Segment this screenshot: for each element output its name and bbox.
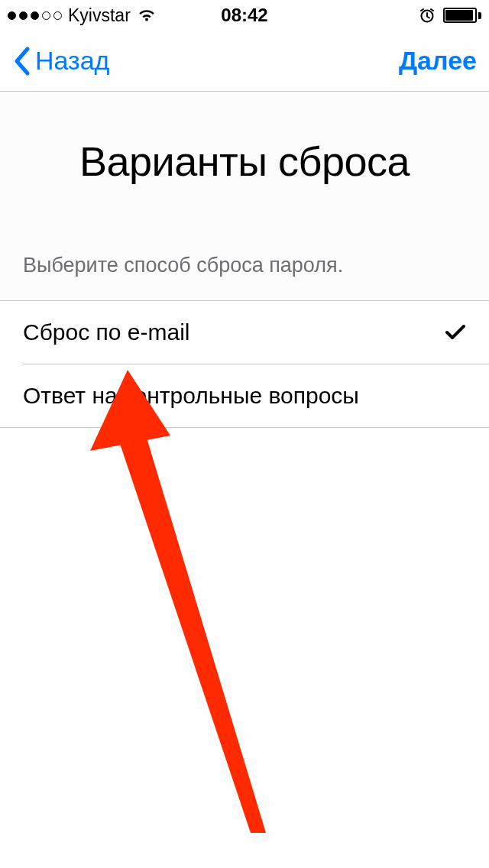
wifi-icon (137, 8, 157, 23)
status-bar: Kyivstar 08:42 (0, 0, 489, 31)
option-reset-by-email[interactable]: Сброс по e-mail (0, 301, 489, 364)
alarm-icon (419, 7, 436, 24)
back-label: Назад (35, 46, 109, 76)
status-time: 08:42 (221, 5, 267, 26)
content-area: Варианты сброса Выберите способ сброса п… (0, 92, 489, 428)
checkmark-icon (445, 323, 466, 342)
option-security-questions[interactable]: Ответ на контрольные вопросы (23, 364, 489, 427)
page-title: Варианты сброса (0, 92, 489, 254)
carrier-label: Kyivstar (68, 5, 131, 26)
nav-bar: Назад Далее (0, 31, 489, 92)
option-label: Сброс по e-mail (23, 319, 190, 345)
instruction-text: Выберите способ сброса пароля. (0, 254, 489, 300)
option-label: Ответ на контрольные вопросы (23, 383, 359, 409)
battery-icon (443, 8, 481, 23)
back-button[interactable]: Назад (12, 46, 109, 76)
signal-strength-icon (8, 11, 62, 20)
next-button[interactable]: Далее (399, 46, 477, 76)
options-list: Сброс по e-mail Ответ на контрольные воп… (0, 300, 489, 428)
chevron-left-icon (12, 46, 31, 76)
status-left: Kyivstar (8, 5, 157, 26)
svg-marker-1 (115, 428, 266, 833)
status-right (419, 7, 481, 24)
